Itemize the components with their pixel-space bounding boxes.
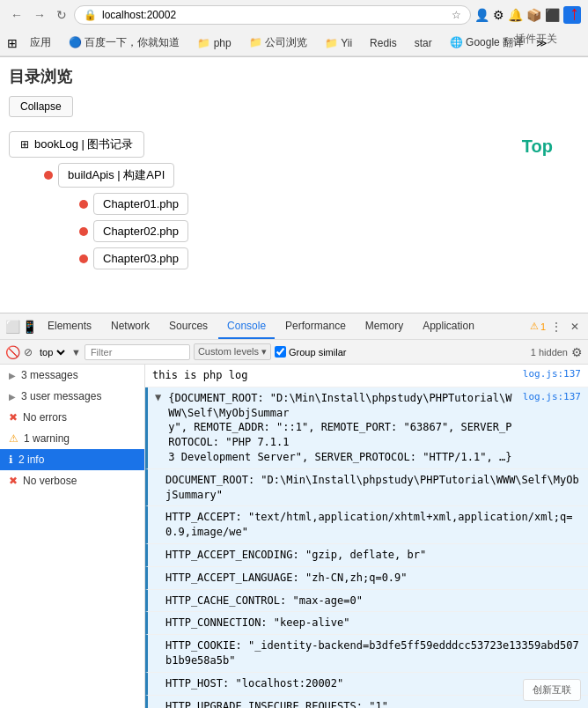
sidebar-item-errors[interactable]: ✖ No errors xyxy=(0,407,144,428)
browser-chrome: ← → ↻ 🔒 localhost:20002 ☆ 👤 ⚙ 🔔 📦 ⬛ ↑ 插件… xyxy=(0,0,588,57)
clear-console-icon[interactable]: 🚫 xyxy=(5,345,20,359)
log-connection: HTTP_CONNECTION: "keep-alive" xyxy=(145,612,588,635)
bookmark-redis[interactable]: Redis xyxy=(364,35,402,51)
address-input[interactable]: localhost:20002 xyxy=(102,9,446,21)
context-arrow: ▼ xyxy=(71,347,81,358)
warnings-label: 1 warning xyxy=(24,432,70,445)
filter-icon[interactable]: ⊘ xyxy=(24,346,33,358)
warning-triangle-icon: ⚠ xyxy=(530,321,539,332)
watermark: 创新互联 xyxy=(523,679,581,701)
verbose-label: No verbose xyxy=(23,475,77,487)
hidden-count: 1 hidden xyxy=(531,347,568,358)
log-source-1[interactable]: log.js:137 xyxy=(523,368,581,380)
devtools-icon-inspect[interactable]: ⬜ xyxy=(5,320,20,334)
nav-icon-2[interactable]: ⚙ xyxy=(493,8,504,22)
log-cookie: HTTP_COOKIE: "_identity-backend=b3dfe5ff… xyxy=(145,635,588,673)
tab-network[interactable]: Network xyxy=(102,314,158,339)
info-icon: ℹ xyxy=(9,454,13,466)
top-section: 目录浏览 Collapse ⊞ bookLog | 图书记录 buildApis… xyxy=(0,57,588,313)
address-bar: 🔒 localhost:20002 ☆ xyxy=(74,5,471,25)
sidebar-item-user-messages[interactable]: ▶ 3 user messages xyxy=(0,386,144,407)
nav-icon-1[interactable]: 👤 xyxy=(474,8,489,22)
log-accept-text: HTTP_ACCEPT: "text/html,application/xhtm… xyxy=(165,510,581,540)
log-entry-info-header: ▼ {DOCUMENT_ROOT: "D:\Min\Install\phpstu… xyxy=(145,387,588,469)
devtools-more-icon[interactable]: ⋮ xyxy=(548,321,565,333)
bookmark-php[interactable]: 📁 php xyxy=(192,35,236,51)
apps-icon[interactable]: ⊞ xyxy=(7,36,18,50)
devtools-panel: ⬜ 📱 Elements Network Sources Console Per… xyxy=(0,313,588,708)
log-source-2[interactable]: log.js:137 xyxy=(523,391,581,402)
collapse-button[interactable]: Collapse xyxy=(9,96,73,117)
devtools-close-icon[interactable]: ✕ xyxy=(567,321,583,333)
settings-icon[interactable]: ⚙ xyxy=(571,345,583,359)
nav-icon-3[interactable]: 🔔 xyxy=(508,8,523,22)
bookmark-baidu[interactable]: 🔵 百度一下，你就知道 xyxy=(63,33,185,52)
user-messages-arrow-icon: ▶ xyxy=(9,392,16,402)
top-label: Top xyxy=(522,136,553,157)
tree-label-chapter01[interactable]: Chapter01.php xyxy=(93,193,188,215)
sidebar-item-messages[interactable]: ▶ 3 messages xyxy=(0,365,144,386)
nav-icon-4[interactable]: 📦 xyxy=(526,8,541,22)
messages-count: 3 messages xyxy=(21,369,78,381)
tree-root-label: bookLog | 图书记录 xyxy=(34,136,133,152)
tab-memory[interactable]: Memory xyxy=(356,314,412,339)
console-sidebar: ▶ 3 messages ▶ 3 user messages ✖ No erro… xyxy=(0,365,145,708)
tab-elements[interactable]: Elements xyxy=(39,314,100,339)
grid-icon: ⊞ xyxy=(20,138,29,151)
tree-root-node: ⊞ bookLog | 图书记录 buildApis | 构建API Chapt… xyxy=(9,131,579,269)
messages-arrow-icon: ▶ xyxy=(9,371,16,380)
log-doc-root-text: DOCUMENT_ROOT: "D:\Min\Install\phpstudy\… xyxy=(165,473,581,503)
verbose-icon: ✖ xyxy=(9,475,18,487)
tree-item-buildapis: buildApis | 构建API xyxy=(44,163,579,188)
bookmark-company[interactable]: 📁 公司浏览 xyxy=(244,33,312,52)
tree-label-buildapis[interactable]: buildApis | 构建API xyxy=(58,163,174,188)
bookmark-apps[interactable]: 应用 xyxy=(25,33,56,52)
red-arrow-annotation: ↑ xyxy=(570,2,579,25)
dot-red-4 xyxy=(79,254,88,263)
bookmark-star[interactable]: star xyxy=(409,35,437,51)
user-messages-count: 3 user messages xyxy=(21,390,101,402)
tab-application[interactable]: Application xyxy=(414,314,483,339)
tree-item-chapter03: Chapter03.php xyxy=(79,247,579,269)
dot-red-3 xyxy=(79,227,88,236)
dot-red-2 xyxy=(79,200,88,209)
sidebar-item-info[interactable]: ℹ 2 info xyxy=(0,449,144,470)
console-log: this is php log log.js:137 ▼ {DOCUMENT_R… xyxy=(145,365,588,708)
tree-label-chapter03[interactable]: Chapter03.php xyxy=(93,247,188,269)
star-icon[interactable]: ☆ xyxy=(452,9,461,21)
devtools-tabs: ⬜ 📱 Elements Network Sources Console Per… xyxy=(0,313,588,340)
log-expand-icon[interactable]: ▼ xyxy=(155,391,161,403)
nav-bar: ← → ↻ 🔒 localhost:20002 ☆ 👤 ⚙ 🔔 📦 ⬛ ↑ 插件… xyxy=(0,0,588,30)
log-cache-ctrl: HTTP_CACHE_CONTROL: "max-age=0" xyxy=(145,590,588,613)
errors-icon: ✖ xyxy=(9,411,18,424)
tree-root[interactable]: ⊞ bookLog | 图书记录 xyxy=(9,131,144,158)
forward-button[interactable]: → xyxy=(30,6,49,24)
sidebar-item-verbose[interactable]: ✖ No verbose xyxy=(0,470,144,491)
sidebar-item-warnings[interactable]: ⚠ 1 warning xyxy=(0,428,144,449)
filter-input[interactable] xyxy=(85,344,190,360)
nav-icon-5[interactable]: ⬛ xyxy=(545,8,560,22)
tree-item-chapter01: Chapter01.php xyxy=(79,193,579,215)
warnings-icon: ⚠ xyxy=(9,432,18,445)
dot-red-1 xyxy=(44,171,53,180)
tree-label-chapter02[interactable]: Chapter02.php xyxy=(93,220,188,242)
watermark-text: 创新互联 xyxy=(533,684,571,695)
log-entry-1: this is php log log.js:137 xyxy=(145,365,588,387)
log-text-1: this is php log xyxy=(152,368,516,383)
custom-levels-button[interactable]: Custom levels ▾ xyxy=(194,343,271,360)
info-label: 2 info xyxy=(18,454,44,466)
tab-console[interactable]: Console xyxy=(218,314,275,339)
sub-children: Chapter01.php Chapter02.php Chapter03.ph… xyxy=(79,193,579,269)
log-upgrade: HTTP_UPGRADE_INSECURE_REQUESTS: "1" xyxy=(145,696,588,708)
context-select[interactable]: top xyxy=(36,346,68,358)
log-doc-root: DOCUMENT_ROOT: "D:\Min\Install\phpstudy\… xyxy=(145,469,588,507)
tab-sources[interactable]: Sources xyxy=(160,314,217,339)
bookmark-yii[interactable]: 📁 Yii xyxy=(320,35,357,51)
refresh-button[interactable]: ↻ xyxy=(53,6,70,24)
devtools-icon-device[interactable]: 📱 xyxy=(22,320,37,334)
log-host: HTTP_HOST: "localhost:20002" xyxy=(145,673,588,696)
log-info-header: {DOCUMENT_ROOT: "D:\Min\Install\phpstudy… xyxy=(168,391,516,465)
group-similar-checkbox[interactable] xyxy=(275,346,286,358)
tab-performance[interactable]: Performance xyxy=(276,314,355,339)
back-button[interactable]: ← xyxy=(7,6,26,24)
